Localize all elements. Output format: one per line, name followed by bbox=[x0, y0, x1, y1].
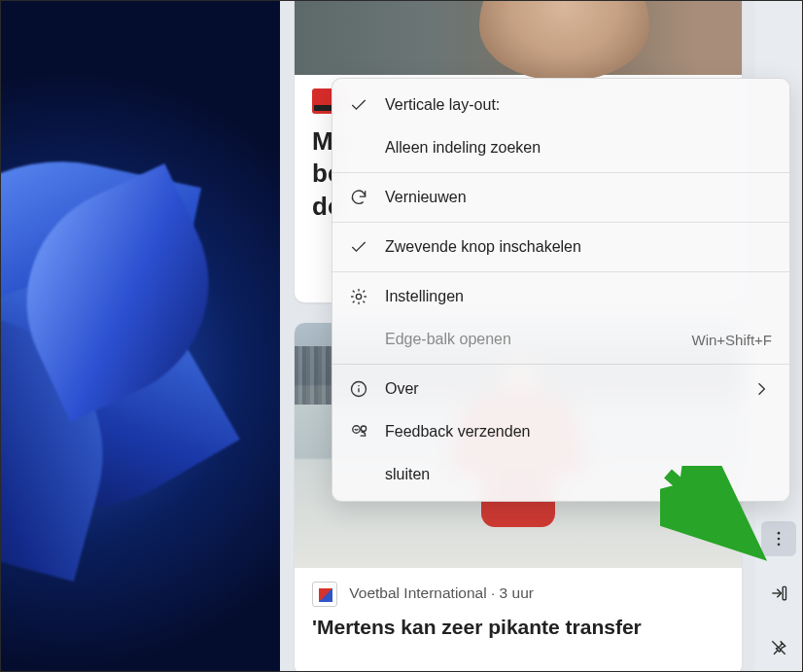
menu-label: Edge-balk openen bbox=[385, 331, 676, 348]
menu-label: Instellingen bbox=[385, 288, 772, 305]
svg-point-4 bbox=[356, 294, 361, 299]
refresh-icon bbox=[348, 187, 369, 208]
menu-label: Feedback verzenden bbox=[385, 423, 772, 441]
menu-item-vertical-layout[interactable]: Verticale lay-out: bbox=[332, 84, 789, 126]
menu-item-close[interactable]: sluiten bbox=[332, 453, 789, 496]
dock-button[interactable] bbox=[761, 576, 796, 611]
menu-item-refresh[interactable]: Vernieuwen bbox=[332, 176, 789, 219]
menu-item-floating-button[interactable]: Zwevende knop inschakelen bbox=[332, 226, 789, 268]
menu-label: sluiten bbox=[385, 466, 772, 483]
article-time: 3 uur bbox=[500, 584, 534, 601]
menu-item-feedback[interactable]: Feedback verzenden bbox=[332, 410, 789, 453]
check-icon bbox=[348, 236, 369, 258]
more-options-button[interactable] bbox=[761, 521, 796, 556]
gear-icon bbox=[348, 286, 369, 307]
menu-item-search-layout[interactable]: Alleen indeling zoeken bbox=[332, 126, 789, 169]
menu-shortcut: Win+Shift+F bbox=[691, 332, 772, 348]
context-menu: Verticale lay-out: Alleen indeling zoeke… bbox=[332, 78, 790, 502]
svg-point-1 bbox=[778, 538, 781, 541]
unpin-button[interactable] bbox=[761, 630, 796, 665]
svg-rect-3 bbox=[783, 586, 786, 599]
svg-point-2 bbox=[778, 544, 781, 547]
menu-item-settings[interactable]: Instellingen bbox=[332, 275, 789, 318]
desktop-wallpaper bbox=[1, 1, 280, 671]
more-vertical-icon bbox=[769, 529, 788, 548]
chevron-right-icon bbox=[751, 378, 772, 400]
menu-label: Zwevende knop inschakelen bbox=[385, 238, 772, 256]
menu-label: Alleen indeling zoeken bbox=[385, 139, 772, 157]
menu-item-about[interactable]: Over bbox=[332, 368, 789, 410]
unpin-icon bbox=[769, 638, 788, 657]
article-headline: 'Mertens kan zeer pikante transfer bbox=[295, 611, 742, 645]
menu-item-open-edge-bar: Edge-balk openen Win+Shift+F bbox=[332, 318, 789, 361]
source-icon bbox=[312, 582, 337, 607]
check-icon bbox=[348, 94, 369, 116]
feedback-icon bbox=[348, 421, 369, 442]
info-icon bbox=[348, 378, 369, 400]
menu-separator bbox=[332, 172, 789, 173]
svg-point-7 bbox=[358, 385, 360, 387]
menu-label: Over bbox=[385, 380, 735, 398]
menu-separator bbox=[332, 222, 789, 223]
svg-point-0 bbox=[778, 532, 781, 535]
article-source: Voetbal International bbox=[349, 584, 486, 601]
dock-right-icon bbox=[769, 584, 788, 603]
menu-separator bbox=[332, 364, 789, 365]
svg-point-9 bbox=[361, 426, 366, 431]
menu-separator bbox=[332, 271, 789, 272]
menu-label: Vernieuwen bbox=[385, 189, 772, 206]
windows-bloom-graphic bbox=[1, 127, 280, 633]
menu-label: Verticale lay-out: bbox=[385, 96, 772, 114]
article-image bbox=[295, 1, 742, 75]
